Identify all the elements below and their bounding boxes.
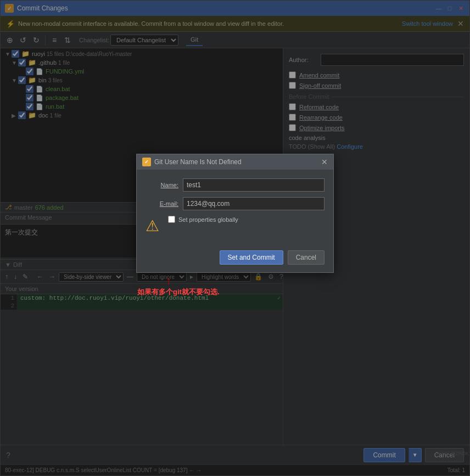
dialog-name-input[interactable] xyxy=(183,178,324,192)
dialog-body: Name: E-mail: ⚠ Set properties globally xyxy=(137,170,333,250)
dialog-overlay: ✓ Git User Name Is Not Defined ✕ Name: E… xyxy=(0,0,470,476)
dialog-name-label: Name: xyxy=(146,182,178,188)
dialog-title-bar: ✓ Git User Name Is Not Defined ✕ xyxy=(137,154,333,170)
dialog-cancel-button[interactable]: Cancel xyxy=(288,250,324,265)
dialog-checkbox-row: Set properties globally xyxy=(168,216,238,223)
warning-icon: ⚠ xyxy=(146,217,159,235)
dialog-warning-row: ⚠ Set properties globally xyxy=(146,216,324,235)
dialog-name-row: Name: xyxy=(146,178,324,192)
dialog-close-button[interactable]: ✕ xyxy=(321,158,328,166)
dialog-email-label: E-mail: xyxy=(146,200,178,207)
set-and-commit-button[interactable]: Set and Commit xyxy=(220,250,283,265)
dialog-buttons: Set and Commit Cancel xyxy=(137,250,333,272)
set-globally-checkbox[interactable] xyxy=(168,216,175,223)
dialog-email-row: E-mail: xyxy=(146,197,324,210)
dialog-title-text: Git User Name Is Not Defined xyxy=(154,158,242,166)
dialog-title-icon: ✓ xyxy=(142,158,151,166)
git-username-dialog: ✓ Git User Name Is Not Defined ✕ Name: E… xyxy=(136,154,334,273)
dialog-email-input[interactable] xyxy=(183,197,324,210)
set-globally-label: Set properties globally xyxy=(178,216,238,223)
